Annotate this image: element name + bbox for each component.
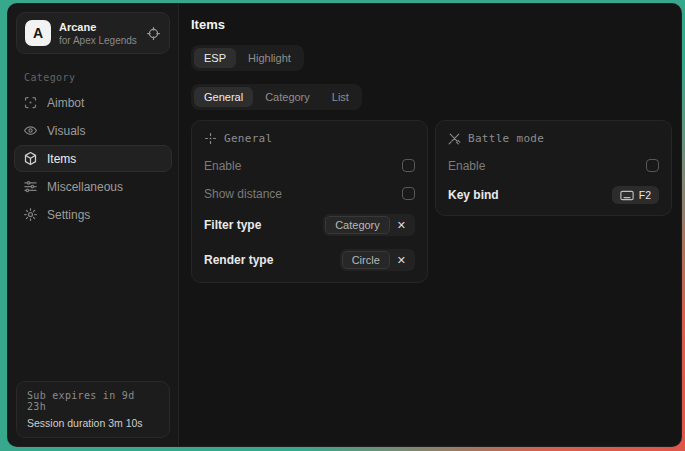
page-title: Items (191, 17, 672, 32)
session-info-card: Sub expires in 9d 23h Session duration 3… (16, 381, 170, 438)
filter-type-chip: Category ✕ (323, 214, 415, 236)
gear-icon (23, 207, 38, 222)
sidebar-item-aimbot[interactable]: Aimbot (14, 89, 172, 116)
setting-label: Enable (448, 159, 485, 173)
main-content: Items ESP Highlight General Category Lis… (179, 4, 682, 446)
tab-esp[interactable]: ESP (194, 48, 236, 68)
focus-icon (204, 132, 217, 145)
close-icon[interactable]: ✕ (390, 219, 413, 232)
setting-row-enable: Enable (204, 158, 415, 173)
setting-row-filter-type: Filter type Category ✕ (204, 214, 415, 236)
sliders-icon (23, 179, 38, 194)
sidebar-item-label: Miscellaneous (47, 180, 123, 194)
keyboard-icon (620, 190, 634, 201)
aim-icon (23, 95, 38, 110)
sidebar-item-label: Visuals (47, 124, 85, 138)
enable-checkbox[interactable] (402, 159, 415, 172)
package-icon (23, 151, 38, 166)
render-type-chip: Circle ✕ (340, 249, 415, 271)
app-logo: A (25, 20, 51, 46)
setting-row-render-type: Render type Circle ✕ (204, 249, 415, 271)
mode-tabs: ESP Highlight (191, 45, 304, 71)
sidebar-item-visuals[interactable]: Visuals (14, 117, 172, 144)
sidebar-nav: Aimbot Visuals Ite (8, 89, 178, 228)
target-icon[interactable] (146, 26, 161, 41)
sidebar-item-label: Items (47, 152, 76, 166)
brand-name: Arcane (59, 21, 137, 33)
setting-label: Key bind (448, 188, 499, 202)
close-icon[interactable]: ✕ (390, 254, 413, 267)
sidebar-item-settings[interactable]: Settings (14, 201, 172, 228)
sidebar-item-miscellaneous[interactable]: Miscellaneous (14, 173, 172, 200)
tab-list[interactable]: List (322, 87, 359, 107)
setting-row-show-distance: Show distance (204, 186, 415, 201)
card-title: General (224, 132, 272, 145)
setting-row-key-bind: Key bind F2 (448, 186, 659, 204)
eye-icon (23, 123, 38, 138)
sidebar-item-items[interactable]: Items (14, 145, 172, 172)
battle-card-header: Battle mode (448, 132, 659, 145)
sidebar: A Arcane for Apex Legends Category (8, 4, 179, 446)
sub-expires-text: Sub expires in 9d 23h (27, 390, 159, 412)
sidebar-item-label: Aimbot (47, 96, 84, 110)
general-card: General Enable Show distance Filter type… (191, 120, 428, 283)
category-section-label: Category (24, 72, 178, 83)
swords-icon (448, 132, 461, 145)
card-title: Battle mode (468, 132, 544, 145)
session-duration-text: Session duration 3m 10s (27, 417, 159, 429)
setting-label: Render type (204, 253, 273, 267)
setting-row-battle-enable: Enable (448, 158, 659, 173)
setting-label: Filter type (204, 218, 261, 232)
setting-label: Show distance (204, 187, 282, 201)
general-card-header: General (204, 132, 415, 145)
tab-category[interactable]: Category (255, 87, 320, 107)
tab-general[interactable]: General (194, 87, 253, 107)
tab-highlight[interactable]: Highlight (238, 48, 301, 68)
key-bind-value: F2 (639, 189, 651, 201)
desktop-background: A Arcane for Apex Legends Category (0, 0, 685, 451)
show-distance-checkbox[interactable] (402, 187, 415, 200)
setting-label: Enable (204, 159, 241, 173)
key-bind-chip[interactable]: F2 (612, 186, 659, 204)
settings-cards: General Enable Show distance Filter type… (191, 120, 672, 283)
brand-subtitle: for Apex Legends (59, 35, 137, 46)
filter-type-select[interactable]: Category (325, 216, 390, 234)
brand-text: Arcane for Apex Legends (59, 21, 137, 46)
battle-enable-checkbox[interactable] (646, 159, 659, 172)
app-window: A Arcane for Apex Legends Category (7, 3, 682, 447)
sidebar-item-label: Settings (47, 208, 90, 222)
brand-card: A Arcane for Apex Legends (16, 12, 170, 54)
battle-mode-card: Battle mode Enable Key bind (435, 120, 672, 216)
render-type-select[interactable]: Circle (342, 251, 390, 269)
view-tabs: General Category List (191, 84, 362, 110)
